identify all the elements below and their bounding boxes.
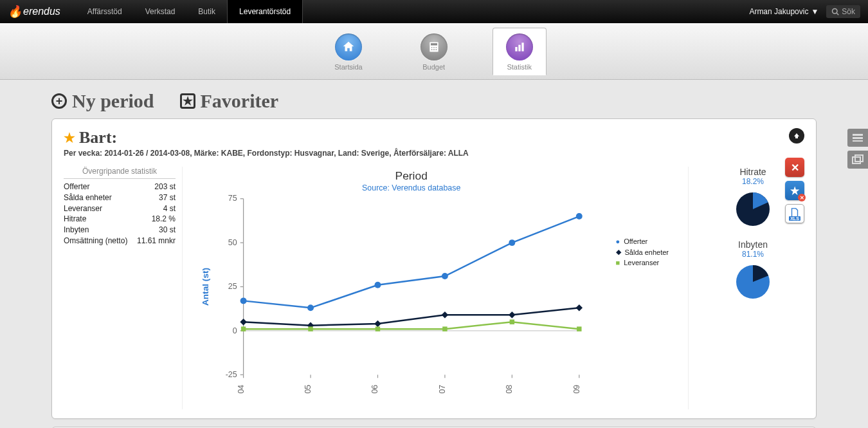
svg-rect-11 xyxy=(518,45,520,51)
card-subtitle: Per vecka: 2014-01-26 / 2014-03-08, Märk… xyxy=(64,149,789,158)
action-label: Favoriter xyxy=(201,90,279,112)
sub-nav: Startsida Budget Statistik xyxy=(0,23,868,80)
search-box[interactable]: Sök xyxy=(826,5,860,18)
new-period-button[interactable]: + Ny period xyxy=(51,90,154,112)
stat-row: Inbyten30 st xyxy=(64,225,176,236)
svg-point-41 xyxy=(307,304,314,311)
overview-stats: Övergripande statistik Offerter203 st Så… xyxy=(64,167,183,409)
svg-text:50: 50 xyxy=(228,238,237,247)
svg-point-43 xyxy=(442,273,448,279)
topnav-butik[interactable]: Butik xyxy=(186,0,227,23)
legend-item[interactable]: ◆Sålda enheter xyxy=(616,248,669,256)
home-icon xyxy=(335,33,362,60)
svg-rect-3 xyxy=(431,43,437,45)
stat-row: Sålda enheter37 st xyxy=(64,192,176,203)
xls-label: XLS xyxy=(789,216,800,221)
top-nav: Affärsstöd Verkstad Butik Leverantörstöd xyxy=(76,0,303,23)
gauge-value: 81.1% xyxy=(701,250,804,259)
export-xls-button[interactable]: XLS xyxy=(785,204,804,223)
svg-point-7 xyxy=(431,49,433,50)
svg-text:Antal (st): Antal (st) xyxy=(201,268,210,306)
svg-text:0: 0 xyxy=(233,326,237,335)
svg-text:08: 08 xyxy=(505,385,514,394)
legend-item[interactable]: ■Leveranser xyxy=(616,259,669,266)
svg-point-0 xyxy=(833,9,838,14)
unfavorite-button[interactable]: ★ ✕ xyxy=(785,181,804,200)
stats-card-bart: ★ Bart: Per vecka: 2014-01-26 / 2014-03-… xyxy=(51,118,817,419)
collapse-button[interactable] xyxy=(789,128,804,144)
svg-rect-49 xyxy=(442,312,449,319)
svg-point-5 xyxy=(433,47,435,48)
svg-rect-54 xyxy=(375,326,380,331)
flame-icon: 🔥 xyxy=(8,5,22,19)
line-chart-svg: PeriodSource: Verendus database-25025507… xyxy=(195,167,675,407)
svg-rect-10 xyxy=(515,47,517,51)
calculator-icon xyxy=(420,33,448,60)
svg-rect-12 xyxy=(521,42,523,51)
svg-text:09: 09 xyxy=(572,385,581,394)
side-widget-2[interactable] xyxy=(847,151,868,169)
chevron-down-icon: ▼ xyxy=(811,7,818,16)
favorites-button[interactable]: ★ Favoriter xyxy=(180,90,279,112)
svg-text:75: 75 xyxy=(228,194,237,203)
stat-row: Hitrate18.2 % xyxy=(64,214,176,225)
logo[interactable]: 🔥 erendus xyxy=(8,5,60,19)
svg-rect-62 xyxy=(853,140,863,142)
topnav-affarsstod[interactable]: Affärsstöd xyxy=(76,0,134,23)
svg-text:Period: Period xyxy=(395,169,428,182)
main-content: + Ny period ★ Favoriter ★ Bart: Per veck… xyxy=(0,80,868,428)
close-icon: ✕ xyxy=(791,162,799,174)
subnav-startsida[interactable]: Startsida xyxy=(321,28,375,75)
stat-row: Leveranser4 st xyxy=(64,203,176,214)
period-chart: PeriodSource: Verendus database-25025507… xyxy=(195,167,689,409)
subnav-label: Statistik xyxy=(507,63,532,71)
svg-point-40 xyxy=(240,297,247,304)
svg-rect-46 xyxy=(240,319,247,326)
svg-point-8 xyxy=(433,49,435,50)
action-label: Ny period xyxy=(72,90,154,112)
topnav-leverantorstod[interactable]: Leverantörstöd xyxy=(227,0,303,23)
arrow-up-icon xyxy=(793,132,800,140)
subnav-statistik[interactable]: Statistik xyxy=(493,28,547,75)
svg-text:25: 25 xyxy=(228,282,237,291)
legend-item[interactable]: ●Offerter xyxy=(616,237,669,245)
chart-legend: ●Offerter◆Sålda enheter■Leveranser xyxy=(616,237,669,269)
svg-rect-56 xyxy=(510,319,514,324)
user-menu[interactable]: Arman Jakupovic ▼ xyxy=(749,7,818,16)
star-icon: ★ xyxy=(790,185,799,197)
stats-title: Övergripande statistik xyxy=(64,167,176,179)
app-name: erendus xyxy=(23,6,60,17)
subnav-label: Startsida xyxy=(334,63,362,71)
svg-text:07: 07 xyxy=(438,385,447,394)
svg-rect-50 xyxy=(509,312,516,319)
gauge-inbyten: Inbyten 81.1% xyxy=(701,239,804,303)
stat-row: Offerter203 st xyxy=(64,181,176,192)
subnav-label: Budget xyxy=(422,63,445,71)
svg-text:Source: Verendus database: Source: Verendus database xyxy=(362,183,460,192)
list-icon xyxy=(853,134,863,142)
svg-point-9 xyxy=(435,49,437,50)
plus-icon: + xyxy=(51,93,67,109)
svg-rect-53 xyxy=(308,326,312,331)
svg-point-45 xyxy=(576,213,583,219)
svg-rect-61 xyxy=(853,137,863,139)
card-toolbox: ✕ ★ ✕ XLS xyxy=(785,158,804,223)
star-box-icon: ★ xyxy=(180,93,195,109)
svg-rect-63 xyxy=(853,157,860,163)
search-placeholder: Sök xyxy=(842,7,855,16)
stat-row: Omsättning (netto)11.61 mnkr xyxy=(64,236,176,247)
topnav-verkstad[interactable]: Verkstad xyxy=(134,0,187,23)
subnav-budget[interactable]: Budget xyxy=(408,28,460,75)
topbar: 🔥 erendus Affärsstöd Verkstad Butik Leve… xyxy=(0,0,868,23)
pie-icon xyxy=(734,263,772,301)
user-name: Arman Jakupovic xyxy=(749,7,808,16)
svg-rect-55 xyxy=(442,326,447,331)
close-button[interactable]: ✕ xyxy=(785,158,804,177)
search-icon xyxy=(831,8,839,15)
remove-badge-icon: ✕ xyxy=(798,194,806,201)
svg-rect-51 xyxy=(576,304,583,312)
side-widget-1[interactable] xyxy=(847,129,868,147)
svg-text:-25: -25 xyxy=(226,370,237,379)
svg-point-6 xyxy=(435,47,437,48)
svg-rect-60 xyxy=(853,134,863,136)
